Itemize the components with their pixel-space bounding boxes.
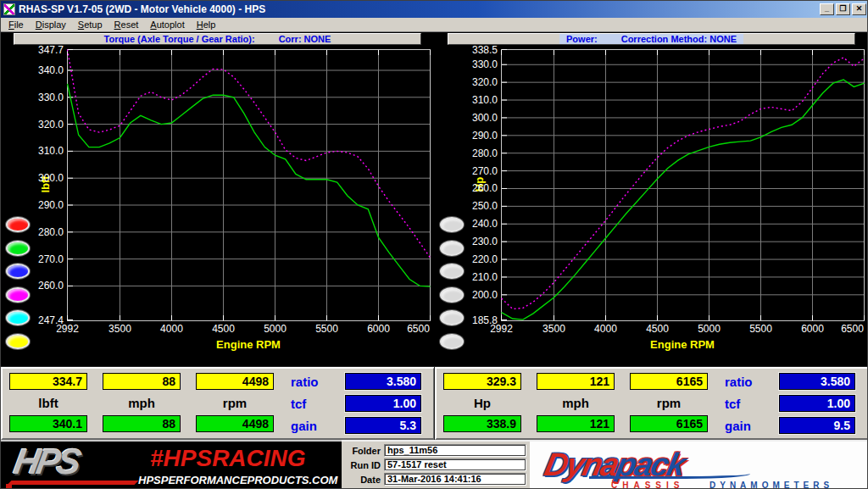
dynapack-dynamometers-text: DYNAMOMETERS: [709, 481, 833, 489]
rpm-unit-label: rpm: [196, 396, 274, 410]
gain-label: gain: [291, 419, 338, 433]
folder-label: Folder: [343, 446, 384, 456]
run-color-button-2[interactable]: [6, 241, 30, 256]
run-color-button-1[interactable]: [440, 217, 464, 232]
x-tick-label: 5000: [688, 323, 729, 335]
x-tick-label: 3500: [99, 323, 140, 335]
dynapack-logo-swoosh: [589, 470, 750, 479]
run-color-button-2[interactable]: [440, 241, 464, 256]
menu-reset[interactable]: Reset: [108, 19, 145, 31]
y-tick-label: 280.0: [450, 147, 498, 159]
title-bar: RHAS-SP V1.7-05 (2WD - Motor Vehicle 400…: [1, 1, 868, 18]
power-run2-value: 338.9: [443, 415, 521, 432]
speed-unit-label: mph: [103, 396, 181, 410]
app-window: RHAS-SP V1.7-05 (2WD - Motor Vehicle 400…: [0, 0, 868, 489]
tcf-label: tcf: [725, 397, 772, 411]
rpm-run1-value: 4498: [196, 373, 274, 390]
y-tick-label: 330.0: [16, 92, 64, 103]
run-color-button-3[interactable]: [6, 264, 30, 279]
y-tick-label: 300.0: [16, 172, 64, 184]
run-info-form: Folder hps_11m56 Run ID 57-1517 reset Da…: [342, 440, 530, 489]
torque-chart-header: Torque (Axle Torque / Gear Ratio): Corr:…: [14, 33, 421, 45]
date-label: Date: [343, 475, 384, 485]
run-color-button-5[interactable]: [440, 310, 464, 325]
x-tick-label: 6000: [358, 323, 398, 335]
dynapack-brand-section: Dynapack CHASSIS DYNAMOMETERS: [530, 440, 868, 489]
rpm-run1-value: 6165: [630, 373, 708, 390]
torque-run2-value: 340.1: [9, 415, 87, 432]
y-tick-label: 300.0: [450, 112, 498, 124]
minimize-button[interactable]: _: [820, 3, 834, 15]
x-tick-label: 4500: [203, 323, 243, 335]
menu-setup[interactable]: Setup: [72, 19, 108, 31]
power-chart-title: Power:: [566, 34, 598, 44]
y-tick-label: 310.0: [16, 145, 64, 157]
hps-registered-mark: [6, 484, 12, 489]
y-tick-label: 260.0: [450, 182, 498, 194]
speed-unit-label: mph: [537, 396, 615, 410]
app-icon: [3, 3, 15, 15]
run-id-label: Run ID: [343, 460, 384, 470]
torque-correction-label: Corr: NONE: [279, 34, 331, 44]
readout-row: 334.7 88 4498 lbft mph rpm 340.1 88 4498…: [1, 367, 868, 440]
menu-bar: File Display Setup Reset Autoplot Help: [1, 18, 868, 32]
hps-logo: HPS: [11, 442, 81, 482]
power-readout-panel: 329.3 121 6165 Hp mph rpm 338.9 121 6165…: [435, 367, 868, 440]
rpm-run2-value: 6165: [630, 415, 708, 432]
run-color-button-4[interactable]: [6, 287, 30, 303]
ratio-value: 3.580: [779, 373, 855, 390]
date-field[interactable]: 31-Mar-2016 14:41:16: [384, 473, 526, 486]
y-tick-label: 290.0: [16, 199, 64, 211]
window-title: RHAS-SP V1.7-05 (2WD - Motor Vehicle 400…: [19, 3, 818, 15]
x-tick-label: 5500: [740, 323, 781, 335]
speed-run2-value: 88: [103, 415, 181, 432]
y-tick-label: 290.0: [450, 130, 498, 142]
menu-file[interactable]: File: [3, 19, 30, 31]
tcf-label: tcf: [291, 397, 338, 411]
torque-chart-title: Torque (Axle Torque / Gear Ratio):: [104, 34, 255, 44]
x-tick-label: 6500: [832, 323, 868, 335]
y-tick-label: 338.5: [450, 44, 498, 56]
torque-unit-label: lbft: [9, 396, 87, 410]
y-tick-label: 250.0: [450, 200, 498, 212]
y-tick-label: 270.0: [450, 165, 498, 177]
x-tick-label: 2992: [481, 323, 522, 335]
footer: HPS #HPSRACING HPSPERFORMANCEPRODUCTS.CO…: [1, 440, 868, 489]
y-tick-label: 330.0: [450, 58, 498, 70]
speed-run2-value: 121: [537, 415, 615, 432]
ratio-label: ratio: [291, 375, 338, 389]
run-color-button-1[interactable]: [6, 217, 30, 232]
torque-x-axis-label: Engine RPM: [164, 338, 333, 351]
power-unit-label: Hp: [443, 396, 521, 410]
run-id-field[interactable]: 57-1517 reset: [384, 458, 526, 471]
y-tick-label: 320.0: [16, 119, 64, 131]
run-color-button-6[interactable]: [440, 334, 464, 349]
folder-field[interactable]: hps_11m56: [384, 444, 526, 457]
chart-area: Torque (Axle Torque / Gear Ratio): Corr:…: [1, 32, 868, 367]
power-run1-value: 329.3: [443, 373, 521, 390]
hps-website-text: HPSPERFORMANCEPRODUCTS.COM: [138, 474, 337, 486]
run-color-button-3[interactable]: [440, 264, 464, 279]
close-button[interactable]: ✕: [852, 3, 866, 15]
menu-autoplot[interactable]: Autoplot: [144, 19, 190, 31]
rpm-run2-value: 4498: [196, 415, 274, 432]
y-tick-label: 320.0: [450, 76, 498, 88]
tcf-value: 1.00: [779, 395, 855, 412]
speed-run1-value: 88: [103, 373, 181, 390]
y-tick-label: 220.0: [450, 253, 498, 265]
speed-run1-value: 121: [537, 373, 615, 390]
torque-readout-panel: 334.7 88 4498 lbft mph rpm 340.1 88 4498…: [1, 367, 435, 440]
y-tick-label: 347.7: [16, 44, 64, 56]
hps-brand-section: HPS #HPSRACING HPSPERFORMANCEPRODUCTS.CO…: [1, 440, 342, 489]
run-color-button-5[interactable]: [6, 310, 30, 325]
power-chart-header: Power: Correction Method: NONE: [448, 33, 855, 45]
menu-display[interactable]: Display: [30, 19, 72, 31]
x-tick-label: 4000: [151, 323, 192, 335]
menu-help[interactable]: Help: [191, 19, 222, 31]
power-x-axis-label: Engine RPM: [598, 338, 767, 351]
restore-button[interactable]: ❐: [836, 3, 850, 15]
run-color-button-6[interactable]: [6, 334, 30, 349]
dynapack-chassis-text: CHASSIS: [611, 481, 684, 489]
run-color-button-4[interactable]: [440, 287, 464, 303]
gain-value: 9.5: [779, 417, 855, 434]
